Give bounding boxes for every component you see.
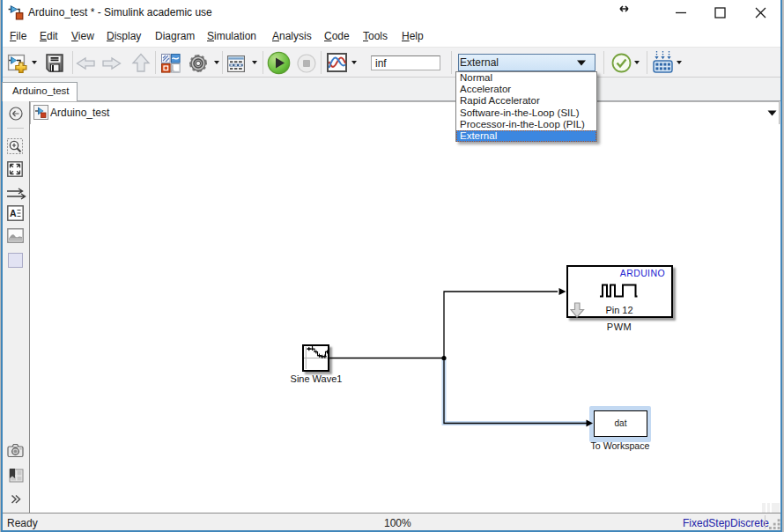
svg-text:A: A: [10, 208, 17, 218]
